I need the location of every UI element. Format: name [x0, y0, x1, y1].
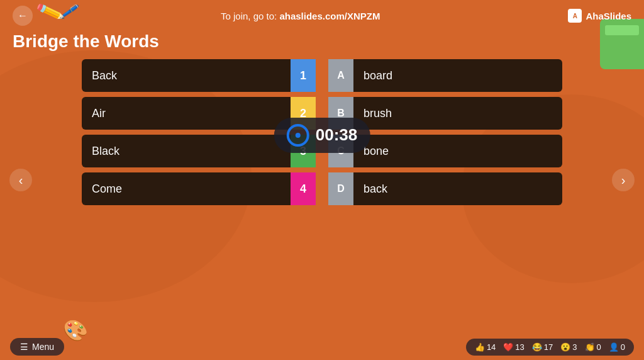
- game-area: Back 1 A board Air 2 B brush Black 3 C b…: [0, 59, 644, 205]
- nav-next-button[interactable]: ›: [612, 169, 635, 191]
- menu-label: Menu: [32, 342, 54, 352]
- join-url: ahaslides.com/XNPZM: [279, 11, 380, 21]
- left-word-1: Back: [82, 59, 291, 92]
- reaction-count-0: 14: [487, 342, 496, 352]
- word-row-4: Come 4 D back: [82, 172, 562, 205]
- reaction-count-4: 0: [597, 342, 601, 352]
- letter-badge-4: D: [328, 172, 353, 205]
- back-button[interactable]: ←: [13, 6, 33, 26]
- reaction-item-3[interactable]: 😮3: [560, 342, 577, 352]
- nav-prev-button[interactable]: ‹: [9, 169, 32, 191]
- right-word-2: brush: [353, 97, 562, 130]
- left-word-2: Air: [82, 97, 291, 130]
- timer-overlay: 00:38: [274, 118, 370, 153]
- reaction-item-0[interactable]: 👍14: [475, 342, 496, 352]
- header: ← To join, go to: ahaslides.com/XNPZM A …: [0, 0, 644, 31]
- num-badge-1: 1: [291, 59, 316, 92]
- timer-display: 00:38: [316, 125, 358, 145]
- reaction-icon-4: 👏: [585, 342, 595, 352]
- left-word-4: Come: [82, 172, 291, 205]
- reaction-item-4[interactable]: 👏0: [585, 342, 601, 352]
- reaction-item-2[interactable]: 😂17: [532, 342, 553, 352]
- right-word-1: board: [353, 59, 562, 92]
- right-arrow-icon: ›: [621, 173, 626, 188]
- timer-ring-icon: [287, 124, 309, 147]
- reaction-icon-2: 😂: [532, 342, 542, 352]
- reaction-count-2: 17: [544, 342, 553, 352]
- left-arrow-icon: ‹: [19, 173, 23, 188]
- back-arrow-icon: ←: [18, 10, 28, 21]
- logo-name: AhaSlides: [586, 11, 631, 21]
- reaction-count-3: 3: [572, 342, 577, 352]
- reaction-icon-1: ❤️: [503, 342, 513, 352]
- reaction-icon-3: 😮: [560, 342, 570, 352]
- word-row-1: Back 1 A board: [82, 59, 562, 92]
- reaction-icon-0: 👍: [475, 342, 485, 352]
- reaction-item-1[interactable]: ❤️13: [503, 342, 524, 352]
- reaction-icon-5: 👤: [609, 342, 619, 352]
- reaction-count-5: 0: [621, 342, 625, 352]
- menu-icon: ☰: [20, 342, 28, 352]
- join-info: To join, go to: ahaslides.com/XNPZM: [221, 11, 380, 21]
- right-word-3: bone: [353, 135, 562, 167]
- menu-button[interactable]: ☰ Menu: [10, 338, 64, 356]
- right-word-4: back: [353, 172, 562, 205]
- letter-badge-1: A: [328, 59, 353, 92]
- footer: ☰ Menu 👍14❤️13😂17😮3👏0👤0: [0, 334, 644, 360]
- reaction-item-5[interactable]: 👤0: [609, 342, 625, 352]
- logo: A AhaSlides: [568, 9, 631, 23]
- left-word-3: Black: [82, 135, 291, 167]
- logo-icon: A: [568, 9, 582, 23]
- num-badge-4: 4: [291, 172, 316, 205]
- page-title: Bridge the Words: [0, 31, 644, 59]
- reaction-count-1: 13: [515, 342, 524, 352]
- reactions-bar: 👍14❤️13😂17😮3👏0👤0: [466, 339, 634, 356]
